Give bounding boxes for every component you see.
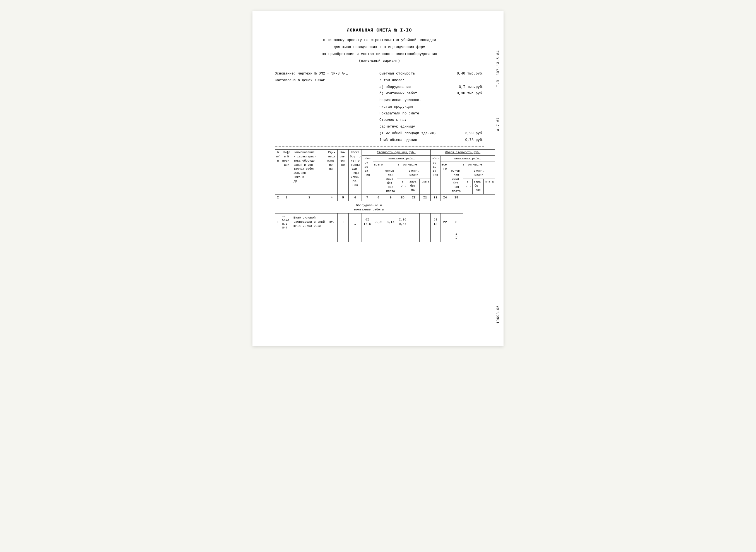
info-right-value1: 0,40 тыс.руб. — [450, 71, 484, 77]
cell-qty: I — [337, 213, 349, 231]
cell-shifer2 — [281, 231, 293, 242]
info-left-line1: Основание: чертежи № ЭМ2 + ЭМ-3 А-I — [275, 71, 369, 77]
rn-9: 9 — [384, 194, 397, 201]
th-cost-total-group: Общая стоимость,руб. — [431, 150, 495, 156]
cell-total-vsego2 — [440, 231, 450, 242]
th-unit: Еди-ницаизме-ре-ния — [326, 150, 338, 194]
cell-unit2 — [326, 231, 338, 242]
info-right-value10: 3,90 руб. — [450, 130, 484, 137]
cell-total-vsego: 22 — [440, 213, 450, 231]
rn-5: 5 — [337, 194, 349, 201]
th-obo-unit: обо-ру-до-ва-ния — [362, 156, 373, 194]
info-right-value3: 0,I тыс.руб. — [450, 84, 484, 91]
info-right-label10: (I м2 общей площади здания) — [379, 130, 450, 137]
subtitle1: к типовому проекту на строительство убой… — [275, 37, 484, 43]
table-row: I I. СКЦЭп.2-547 Шкаф силовойраспределит… — [275, 213, 495, 231]
th-vtomchisle-total: в том числе — [450, 162, 495, 168]
cell-montazh-ekspl1-2 — [397, 231, 408, 242]
info-right-value4: 0,30 тыс.руб. — [450, 91, 484, 97]
th-obo-total: обо-ру-до-ва-ния — [431, 156, 440, 194]
th-ekspl-zara-unit: зара-бот-ная — [408, 179, 419, 194]
th-ekspl-vsego-unit: в т.ч. — [397, 179, 408, 194]
th-ekspl-zara-total: зара-бот-ная — [472, 179, 484, 194]
cell-obo-unit2 — [362, 231, 373, 242]
info-right-label1: Сметная стоимость — [379, 71, 450, 77]
rn-11: II — [408, 194, 419, 201]
subtitle3: на приобретение и монтаж силового электр… — [275, 51, 484, 57]
main-table: №п/п Шифри №пози-ции Наименованиеи харак… — [275, 149, 495, 242]
row-numbers: I 2 3 4 5 6 7 8 9 IO II I2 I3 I4 I5 — [275, 194, 495, 201]
info-right-label8: Стоимость на: — [379, 117, 450, 124]
cell-montazh-ekspl1: I.I6 0,44 — [397, 213, 408, 231]
section-label: Оборудование имонтажные работы — [275, 201, 463, 214]
rn-7: 7 — [362, 194, 373, 201]
cell-total-obo2 — [431, 231, 440, 242]
info-left: Основание: чертежи № ЭМ2 + ЭМ-3 А-I Сост… — [275, 71, 369, 143]
rn-1: I — [275, 194, 281, 201]
cell-obo-unit: 9I I7,6 — [362, 213, 373, 231]
cell-montazh-ekspl2 — [408, 213, 419, 231]
info-block: Основание: чертежи № ЭМ2 + ЭМ-3 А-I Сост… — [275, 71, 484, 143]
rn-13: I3 — [431, 194, 440, 201]
th-name: Наименованиеи характерис-тика оборудо-ва… — [293, 150, 326, 194]
cell-total-osnov2: I – — [450, 231, 463, 242]
info-right-label6: чистая продукция — [379, 104, 450, 111]
th-montazh-total-group: монтажных работ — [440, 156, 495, 162]
rn-14: I4 — [440, 194, 450, 201]
title-block: ЛОКАЛЬНАЯ СМЕТА № I-IO к типовому проект… — [275, 28, 484, 64]
info-right: Сметная стоимость 0,40 тыс.руб. в том чи… — [379, 71, 484, 143]
cell-montazh-ekspl2-2 — [408, 231, 419, 242]
th-shifer: Шифри №пози-ции — [281, 150, 293, 194]
cell-total-osnov: 8 — [450, 213, 463, 231]
rn-12: I2 — [419, 194, 431, 201]
cell-montazh-vsego2 — [373, 231, 384, 242]
cell-num: I — [275, 213, 281, 231]
info-right-label2: в том числе: — [379, 77, 450, 84]
main-title: ЛОКАЛЬНАЯ СМЕТА № I-IO — [275, 28, 484, 33]
info-right-label5: Нормативная условно- — [379, 97, 450, 104]
th-ekspl-vsego-total: в т.ч. — [463, 179, 472, 194]
cell-unit: шт. — [326, 213, 338, 231]
th-ekspl-total-group: экспл.машин — [463, 168, 495, 179]
th-ekspl-botnaya-total: плата — [484, 179, 495, 194]
rn-4: 4 — [326, 194, 338, 201]
th-vtomchisle-unit: в том числе — [384, 162, 431, 168]
th-ekspl-unit-group: экспл.машин — [397, 168, 430, 179]
subtitle2: для животноводческих и птицеводческих фе… — [275, 44, 484, 50]
section-header-row: Оборудование имонтажные работы — [275, 201, 495, 214]
header-row-1: №п/п Шифри №пози-ции Наименованиеи харак… — [275, 150, 495, 156]
info-left-line2: Составлена в ценах 1984г. — [275, 77, 369, 84]
cell-name: Шкаф силовойраспределительныйШРI1-73703-… — [293, 213, 326, 231]
cell-massa2 — [349, 231, 362, 242]
th-massa: Массабруттонеттотонныеди-ницыизме-ре-ния — [349, 150, 362, 194]
rn-15: I5 — [450, 194, 463, 201]
cell-shifer: I. СКЦЭп.2-547 — [281, 213, 293, 231]
info-right-value11: 0,78 руб. — [450, 137, 484, 144]
th-num: №п/п — [275, 150, 281, 194]
cell-total-obo: 9I I8 — [431, 213, 440, 231]
cell-name2 — [293, 231, 326, 242]
side-label-top: Т.П. 807-13-5.84 — [496, 50, 500, 87]
th-osnov-unit: основ-наязара-бот-наяплата — [384, 168, 397, 194]
rn-2: 2 — [281, 194, 293, 201]
cell-montazh-vsego: 22,2 — [373, 213, 384, 231]
th-cost-unit-group: Стоимость единицы,руб. — [362, 150, 431, 156]
page: Т.П. 807-13-5.84 А-7 67 19698-05 ЛОКАЛЬН… — [252, 11, 504, 346]
info-right-label9: расчетную единицу — [379, 124, 450, 130]
table-row-2: I – — [275, 231, 495, 242]
th-qty: Ко-ли-чест-во — [337, 150, 349, 194]
cell-montazh-osnov: 8,I4 — [384, 213, 397, 231]
subtitle4: (панельный вариант) — [275, 58, 484, 64]
th-vsego-unit: всего — [373, 162, 384, 194]
rn-10: IO — [397, 194, 408, 201]
info-right-label4: б) монтажных работ — [379, 91, 450, 97]
cell-massa: –– — [349, 213, 362, 231]
rn-8: 8 — [373, 194, 384, 201]
cell-qty2 — [337, 231, 349, 242]
cell-num2 — [275, 231, 281, 242]
cell-montazh-osnov2 — [384, 231, 397, 242]
rn-6: 6 — [349, 194, 362, 201]
side-label-bottom: 19698-05 — [496, 305, 500, 324]
info-right-label3: а) оборудования — [379, 84, 450, 91]
info-right-label11: I м3 объема здания — [379, 137, 450, 144]
